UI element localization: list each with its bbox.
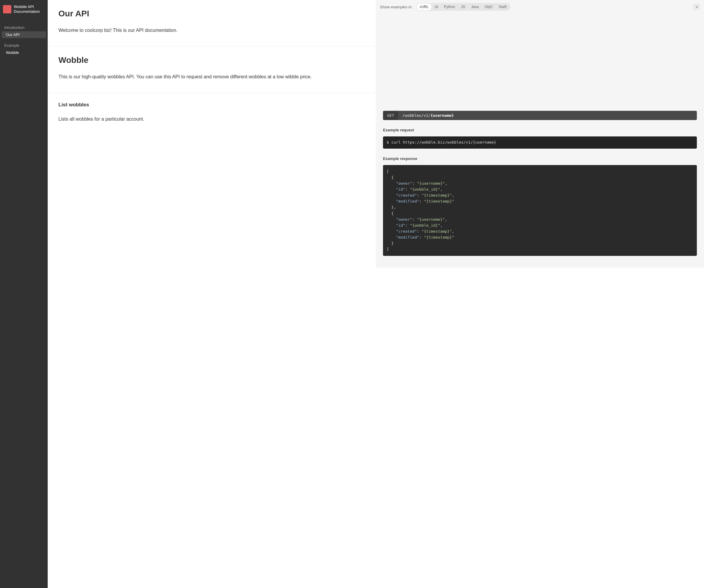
endpoint-method: GET	[383, 111, 398, 120]
lang-pill-swift[interactable]: Swift	[496, 4, 510, 10]
nav-group-title: Example	[0, 42, 48, 49]
example-response-code[interactable]: [ { "owner": "{username}", "id": "{wobbl…	[383, 165, 697, 256]
lang-pill-java[interactable]: Java	[468, 4, 482, 10]
example-request-code[interactable]: $ curl https://wobble.biz/wobbles/v1/{us…	[383, 136, 697, 148]
nav-group-title: Introduction	[0, 24, 48, 31]
main-content: Show examples in: cURLcliPythonJSJavaObj…	[48, 0, 704, 588]
chevron-left-icon: ◂	[696, 5, 697, 8]
lang-pill-cli[interactable]: cli	[431, 4, 441, 10]
section-text-wobble: This is our high-quality wobbles API. Yo…	[58, 73, 365, 81]
example-response-label: Example response	[383, 156, 697, 161]
example-language-bar: Show examples in: cURLcliPythonJSJavaObj…	[376, 0, 704, 14]
lang-pill-objc[interactable]: ObjC	[482, 4, 496, 10]
sidebar-item-wobble[interactable]: Wobble	[2, 49, 46, 56]
section-title-wobble: Wobble	[58, 55, 365, 65]
lang-pill-python[interactable]: Python	[441, 4, 458, 10]
sidebar: Wobble API Documentation IntroductionOur…	[0, 0, 48, 588]
language-switch: cURLcliPythonJSJavaObjCSwift	[416, 3, 510, 11]
lang-pill-js[interactable]: JS	[458, 4, 468, 10]
section-title-our-api: Our API	[58, 9, 365, 18]
example-language-label: Show examples in:	[380, 5, 412, 9]
endpoint-bar: GET /wobbles/v1/{username}	[383, 111, 697, 120]
section-text-list-wobbles: Lists all wobbles for a particular accou…	[58, 115, 365, 123]
brand-logo-icon	[3, 5, 11, 13]
collapse-panel-button[interactable]: ◂	[693, 4, 700, 10]
example-request-label: Example request	[383, 128, 697, 132]
section-wobble: Wobble This is our high-quality wobbles …	[48, 47, 704, 93]
section-title-list-wobbles: List wobbles	[58, 102, 365, 108]
lang-pill-curl[interactable]: cURL	[417, 4, 431, 10]
brand: Wobble API Documentation	[0, 3, 48, 20]
section-list-wobbles: List wobbles Lists all wobbles for a par…	[48, 93, 704, 268]
endpoint-path: /wobbles/v1/{username}	[398, 111, 697, 120]
section-text-our-api: Welcome to coolcorp biz! This is our API…	[58, 26, 365, 34]
brand-title: Wobble API Documentation	[14, 4, 45, 14]
sidebar-item-our-api[interactable]: Our API	[2, 31, 46, 38]
